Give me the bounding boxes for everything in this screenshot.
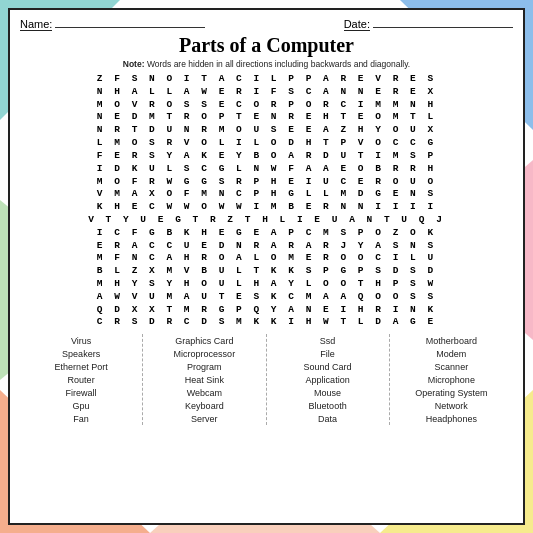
grid-row: I C F G B K H E G E A P C M S P O Z O K — [88, 227, 445, 240]
word-item: Speakers — [62, 347, 100, 360]
word-item: Virus — [71, 334, 91, 347]
word-item: Motherboard — [426, 334, 477, 347]
date-label: Date: — [344, 18, 370, 31]
grid-row: K H E C W W O W W I M B E R N N I I I I — [88, 201, 445, 214]
name-label: Name: — [20, 18, 52, 31]
word-item: Firewall — [66, 386, 97, 399]
word-item: Server — [191, 412, 218, 425]
word-column-1: Virus Speakers Ethernet Port Router Fire… — [20, 334, 143, 425]
word-item: Router — [68, 373, 95, 386]
note-text: Note: Words are hidden in all directions… — [20, 59, 513, 69]
word-item: Mouse — [314, 386, 341, 399]
grid-row: M F N C A H R O A L O M E R O O C I L U — [88, 252, 445, 265]
word-item: Gpu — [73, 399, 90, 412]
word-item: Fan — [73, 412, 89, 425]
word-item: Webcam — [187, 386, 222, 399]
worksheet: Name: Date: Parts of a Computer Note: Wo… — [8, 8, 525, 525]
word-item: Scanner — [435, 360, 469, 373]
header-row: Name: Date: — [20, 18, 513, 30]
word-column-4: Motherboard Modem Scanner Microphone Ope… — [390, 334, 513, 425]
grid-row: B L Z X M V B U L T K K S P G P S D S D — [88, 265, 445, 278]
word-column-3: Ssd File Sound Card Application Mouse Bl… — [267, 334, 390, 425]
date-field: Date: — [344, 18, 513, 30]
word-list: Virus Speakers Ethernet Port Router Fire… — [20, 334, 513, 425]
grid-row: E R A C C U E D N R A R A R J Y A S N S — [88, 240, 445, 253]
word-item: Graphics Card — [175, 334, 233, 347]
grid-row: C R S D R C D S M K K I H W T L D A G E — [88, 316, 445, 329]
grid-row: M O F R W G G S R P H E I U C E R O U O — [88, 176, 445, 189]
grid-row: Q D X X T M R G P Q Y A N E I H R I N K — [88, 304, 445, 317]
grid-row: Z F S N O I T A C I L P P A R E V R E S — [88, 73, 445, 86]
word-item: Bluetooth — [309, 399, 347, 412]
word-item: Microphone — [428, 373, 475, 386]
grid-row: M O V R O S S E C O R P O R C I M M N H — [88, 99, 445, 112]
word-item: Modem — [436, 347, 466, 360]
grid-row: N E D M T R O P T E N R E H T E O M T L — [88, 111, 445, 124]
grid-row: I D K U L S C G L N W F A A E O B R R H — [88, 163, 445, 176]
grid-row: N R T D U N R M O U S E E A Z H Y O U X — [88, 124, 445, 137]
word-item: Microprocessor — [174, 347, 236, 360]
grid-row: M H Y S Y H O U L H A Y L O O T H P S W — [88, 278, 445, 291]
word-item: Ssd — [320, 334, 336, 347]
grid-row: V T Y U E G T R Z T H L I E U A N T U Q … — [88, 214, 445, 227]
name-field: Name: — [20, 18, 205, 30]
grid-row: N H A L L A W E R I F S C A N N E R E X — [88, 86, 445, 99]
word-item: Ethernet Port — [55, 360, 108, 373]
word-search-grid: Z F S N O I T A C I L P P A R E V R E S … — [88, 73, 445, 329]
grid-container: Z F S N O I T A C I L P P A R E V R E S … — [20, 73, 513, 329]
word-item: Application — [306, 373, 350, 386]
grid-row: L M O S R V O L I L O D H T P V O C C G — [88, 137, 445, 150]
word-item: Sound Card — [304, 360, 352, 373]
word-item: Headphones — [426, 412, 477, 425]
word-item: Operating System — [415, 386, 487, 399]
grid-row: A W V U M A U T E S K C M A A Q O O S S — [88, 291, 445, 304]
page-title: Parts of a Computer — [20, 34, 513, 57]
word-item: Keyboard — [185, 399, 224, 412]
word-column-2: Graphics Card Microprocessor Program Hea… — [143, 334, 266, 425]
word-item: File — [320, 347, 335, 360]
word-item: Heat Sink — [185, 373, 224, 386]
word-item: Data — [318, 412, 337, 425]
word-item: Program — [187, 360, 222, 373]
grid-row: V M A X O F M N C P H G L L M D G E N S — [88, 188, 445, 201]
word-item: Network — [435, 399, 468, 412]
grid-row: F E R S Y A K E Y B O A R D U T I M S P — [88, 150, 445, 163]
